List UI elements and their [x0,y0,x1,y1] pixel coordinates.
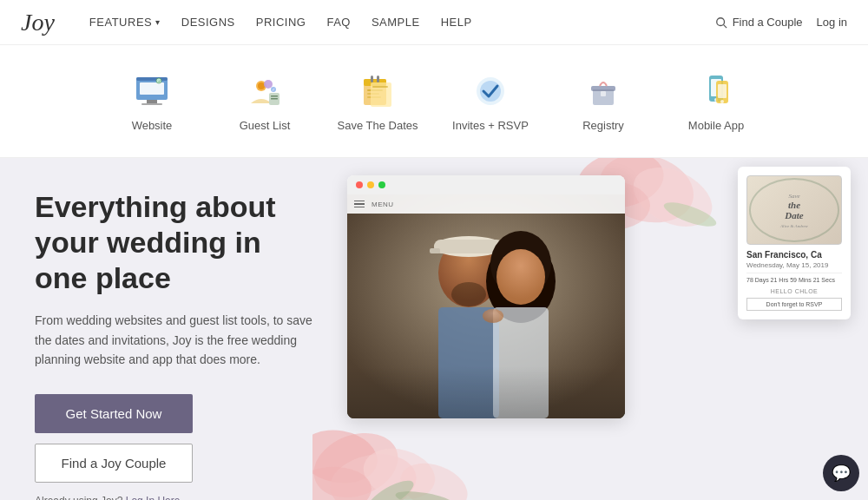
feature-website[interactable]: ✓ Website [95,70,208,132]
flowers-bottom-left [312,361,495,500]
svg-point-62 [496,249,545,305]
svg-rect-6 [140,82,164,95]
hero-title: Everything about your wedding in one pla… [35,189,312,295]
nav-faq[interactable]: FAQ [326,16,351,29]
nav-features[interactable]: FEATURES ▾ [89,16,161,29]
chevron-down-icon: ▾ [155,17,161,27]
feature-website-label: Website [132,119,173,132]
feature-invites-rsvp-label: Invites + RSVP [452,119,529,132]
svg-rect-37 [718,84,727,98]
mobile-hello-label: HELLO CHLOE [746,288,842,294]
feature-mobile-app[interactable]: Mobile App [660,70,773,132]
svg-rect-5 [141,103,162,105]
feature-registry-label: Registry [582,119,624,132]
svg-rect-57 [430,248,440,253]
feature-guest-list[interactable]: ✓ Guest List [208,70,321,132]
feature-invites-rsvp[interactable]: Invites + RSVP [434,70,547,132]
mobile-save-date-card: Save the Date Alice & Andrew San Francis… [738,167,851,319]
mobile-countdown: 78 Days 21 Hrs 59 Mins 21 Secs [746,273,842,283]
nav-sample[interactable]: SAMPLE [372,16,420,29]
svg-point-64 [483,309,503,323]
feature-save-dates[interactable]: Save The Dates [321,70,434,132]
svg-rect-32 [601,91,606,96]
navbar: Joy FEATURES ▾ DESIGNS PRICING FAQ SAMPL… [0,0,868,45]
browser-close-dot [356,181,363,188]
hero-text: Everything about your wedding in one pla… [0,158,347,500]
find-joy-couple-button[interactable]: Find a Joy Couple [35,444,193,483]
login-button[interactable]: Log in [817,16,847,29]
save-dates-icon [357,70,398,112]
svg-text:✓: ✓ [158,79,161,83]
chat-icon: 💬 [832,464,851,483]
already-using-text: Already using Joy? Log In Here [35,495,312,500]
nav-designs[interactable]: DESIGNS [181,16,235,29]
log-in-here-link[interactable]: Log In Here [126,495,181,500]
svg-point-38 [720,100,724,103]
get-started-button[interactable]: Get Started Now [35,394,193,433]
svg-rect-15 [271,98,278,100]
logo[interactable]: Joy [21,9,55,36]
nav-links: FEATURES ▾ DESIGNS PRICING FAQ SAMPLE HE… [89,16,715,29]
guest-list-icon: ✓ [244,70,286,112]
wreath-decoration [749,178,839,242]
save-date-card-image: Save the Date Alice & Andrew [746,175,842,245]
svg-rect-20 [371,76,373,82]
invites-rsvp-icon [470,70,511,112]
svg-text:✓: ✓ [272,87,275,92]
svg-point-0 [716,17,724,25]
browser-minimize-dot [367,181,374,188]
feature-bar: ✓ Website ✓ Guest List [0,45,868,158]
nav-pricing[interactable]: PRICING [256,16,306,29]
svg-rect-63 [493,307,549,418]
hamburger-menu-icon[interactable] [354,201,365,208]
nav-help[interactable]: HELP [441,16,472,29]
svg-rect-3 [136,77,168,81]
browser-top-bar [347,175,625,194]
svg-point-11 [258,82,265,89]
mobile-rsvp-button[interactable]: Don't forget to RSVP [746,298,842,311]
search-icon [715,16,727,29]
svg-rect-31 [593,89,614,91]
svg-rect-4 [147,100,157,103]
hero-visuals: MENU [312,158,868,500]
website-icon: ✓ [131,70,173,112]
feature-registry[interactable]: Registry [547,70,660,132]
svg-rect-21 [377,76,379,82]
browser-expand-dot [378,181,385,188]
registry-icon [582,70,624,112]
hero-section: Everything about your wedding in one pla… [0,158,868,500]
feature-save-dates-label: Save The Dates [338,119,418,132]
svg-rect-26 [372,86,388,88]
hero-description: From wedding websites and guest list too… [35,311,312,369]
chat-bubble-button[interactable]: 💬 [823,455,859,491]
feature-mobile-app-label: Mobile App [688,119,744,132]
mobile-app-icon [695,70,737,112]
feature-guest-list-label: Guest List [240,119,291,132]
nav-right: Find a Couple Log in [715,16,847,29]
svg-point-58 [451,282,486,306]
find-couple-button[interactable]: Find a Couple [715,16,803,29]
svg-line-1 [723,24,727,28]
browser-menu-bar: MENU [347,194,625,214]
mobile-date: Wednesday, May 15, 2019 [746,261,842,269]
mobile-city: San Francisco, Ca [746,250,842,260]
browser-menu-label: MENU [372,201,394,208]
svg-rect-14 [271,95,278,97]
